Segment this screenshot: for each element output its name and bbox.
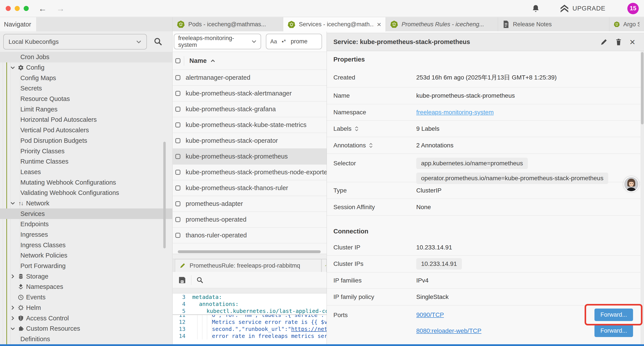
sidebar-item-validating-webhook-configurations[interactable]: Validating Webhook Configurations bbox=[0, 188, 172, 198]
minimize-window-button[interactable] bbox=[15, 6, 20, 11]
expander-icon[interactable] bbox=[369, 142, 373, 148]
row-checkbox[interactable] bbox=[175, 138, 180, 143]
chevron-down-icon[interactable] bbox=[10, 200, 16, 206]
close-panel-icon[interactable]: × bbox=[630, 37, 635, 47]
navigator-search-icon[interactable] bbox=[154, 37, 163, 46]
editor-tab-prometheusrule[interactable]: PrometheusRule: freeleaps-prod-rabbitmq bbox=[175, 259, 321, 272]
sidebar-item-horizontal-pod-autoscalers[interactable]: Horizontal Pod Autoscalers bbox=[0, 114, 172, 125]
row-checkbox[interactable] bbox=[175, 201, 180, 206]
avatar[interactable] bbox=[624, 176, 639, 192]
chevron-right-icon[interactable] bbox=[10, 274, 16, 279]
editor-tab-partial[interactable] bbox=[322, 259, 326, 272]
namespace-link[interactable]: freeleaps-monitoring-system bbox=[416, 109, 494, 116]
select-all-checkbox[interactable] bbox=[175, 58, 180, 63]
sidebar-item-port-forwarding[interactable]: Port Forwarding bbox=[0, 261, 172, 271]
resource-search-box[interactable]: Aa ▪* prome bbox=[266, 34, 322, 49]
table-row[interactable]: alertmanager-operated bbox=[173, 70, 326, 85]
forward-button[interactable]: → bbox=[56, 4, 65, 13]
table-row[interactable]: kube-prometheus-stack-thanos-ruler bbox=[173, 180, 326, 196]
close-window-button[interactable] bbox=[6, 6, 11, 11]
forward-button-8080[interactable]: Forward... bbox=[594, 325, 633, 337]
sidebar-item-endpoints[interactable]: Endpoints bbox=[0, 219, 172, 230]
sidebar-item-pod-disruption-budgets[interactable]: Pod Disruption Budgets bbox=[0, 136, 172, 146]
table-row[interactable]: kube-prometheus-stack-alertmanager bbox=[173, 85, 326, 101]
sidebar-item-mutating-webhook-configurations[interactable]: Mutating Webhook Configurations bbox=[0, 177, 172, 188]
sidebar-group-access-control[interactable]: Access Control bbox=[0, 313, 172, 324]
editor-search-icon[interactable] bbox=[196, 276, 204, 284]
name-column-header[interactable]: Name bbox=[190, 57, 207, 64]
sidebar-item-limit-ranges[interactable]: Limit Ranges bbox=[0, 104, 172, 114]
sidebar-item-config-maps[interactable]: Config Maps bbox=[0, 73, 172, 83]
chevron-right-icon[interactable] bbox=[10, 305, 16, 311]
sidebar-group-storage[interactable]: Storage bbox=[0, 271, 172, 282]
upgrade-button[interactable]: UPGRADE bbox=[560, 4, 606, 13]
sidebar-item-ingresses[interactable]: Ingresses bbox=[0, 230, 172, 240]
tab-release-notes[interactable]: Release Notes bbox=[498, 17, 609, 31]
tab-services[interactable]: Services - icecheng@math... × bbox=[283, 17, 386, 31]
row-checkbox[interactable] bbox=[175, 233, 180, 238]
sidebar-item-resource-quotas[interactable]: Resource Quotas bbox=[0, 94, 172, 104]
sidebar-group-config[interactable]: Config bbox=[0, 62, 172, 73]
row-checkbox[interactable] bbox=[175, 107, 180, 112]
table-row[interactable]: prometheus-operated bbox=[173, 212, 326, 227]
navigator-tab[interactable]: Navigator bbox=[0, 17, 36, 31]
sidebar-item-runtime-classes[interactable]: Runtime Classes bbox=[0, 156, 172, 167]
port-link-9090[interactable]: 9090/TCP bbox=[416, 311, 444, 319]
sidebar-item-network-policies[interactable]: Network Policies bbox=[0, 250, 172, 261]
edit-pencil-icon[interactable] bbox=[600, 38, 608, 46]
table-row[interactable]: kube-prometheus-stack-kube-state-metrics bbox=[173, 117, 326, 133]
tab-prometheus-rules[interactable]: Prometheus Rules - icecheng... bbox=[386, 17, 498, 31]
sidebar-item-priority-classes[interactable]: Priority Classes bbox=[0, 146, 172, 156]
yaml-editor[interactable]: 3metadata: 4annotations: 5kubectl.kubern… bbox=[173, 294, 326, 344]
table-row[interactable]: thanos-ruler-operated bbox=[173, 227, 326, 243]
sidebar-group-helm[interactable]: Helm bbox=[0, 303, 172, 313]
forward-button-9090[interactable]: Forward... bbox=[594, 309, 633, 321]
sidebar-item-events[interactable]: Events bbox=[0, 292, 172, 303]
namespace-selector[interactable]: freeleaps-monitoring-system bbox=[174, 34, 261, 49]
sidebar-scrollbar[interactable] bbox=[163, 142, 166, 248]
close-tab-icon[interactable]: × bbox=[374, 20, 381, 29]
sort-ascending-icon[interactable] bbox=[210, 59, 216, 63]
notification-count-badge[interactable]: 15 bbox=[627, 3, 639, 14]
sidebar-group-custom-resources[interactable]: Custom Resources bbox=[0, 324, 172, 334]
panel-scrollbar[interactable] bbox=[641, 52, 644, 124]
row-checkbox[interactable] bbox=[175, 122, 180, 127]
kubeconfig-selector[interactable]: Local Kubeconfigs bbox=[3, 34, 147, 49]
sidebar-item-secrets[interactable]: Secrets bbox=[0, 83, 172, 94]
sidebar-item-definitions[interactable]: Definitions bbox=[0, 334, 172, 344]
row-checkbox[interactable] bbox=[175, 217, 180, 222]
trash-icon[interactable] bbox=[615, 38, 622, 46]
tab-pods[interactable]: Pods - icecheng@mathmas... bbox=[172, 17, 283, 31]
chevron-right-icon[interactable] bbox=[10, 315, 16, 321]
sidebar-item-services[interactable]: Services bbox=[0, 209, 172, 219]
row-checkbox[interactable] bbox=[175, 154, 180, 159]
back-button[interactable]: ← bbox=[38, 4, 47, 13]
tab-argo[interactable]: Argo Se bbox=[609, 17, 644, 31]
port-link-8080[interactable]: 8080:reloader-web/TCP bbox=[416, 327, 481, 335]
row-checkbox[interactable] bbox=[175, 185, 180, 191]
table-row-selected[interactable]: kube-prometheus-stack-prometheus bbox=[173, 148, 326, 164]
expander-icon[interactable] bbox=[355, 126, 358, 132]
sidebar-item-cron-jobs[interactable]: Cron Jobs bbox=[0, 52, 172, 62]
table-row[interactable]: prometheus-adapter bbox=[173, 196, 326, 212]
table-row[interactable]: kube-prometheus-stack-grafana bbox=[173, 101, 326, 117]
sidebar-item-ingress-classes[interactable]: Ingress Classes bbox=[0, 240, 172, 250]
runbook-url-link[interactable]: https://neto bbox=[291, 326, 326, 332]
zoom-window-button[interactable] bbox=[24, 6, 29, 11]
sidebar-group-network[interactable]: ↑↓ Network bbox=[0, 198, 172, 209]
notifications-bell-icon[interactable] bbox=[531, 4, 540, 13]
chevron-down-icon[interactable] bbox=[10, 65, 16, 70]
table-row[interactable]: kube-prometheus-stack-prometheus-node-ex… bbox=[173, 164, 326, 180]
case-sensitive-toggle[interactable]: Aa bbox=[270, 38, 277, 45]
table-row[interactable]: kube-prometheus-stack-operator bbox=[173, 133, 326, 148]
row-checkbox[interactable] bbox=[175, 170, 180, 175]
sidebar-item-namespaces[interactable]: Namespaces bbox=[0, 282, 172, 292]
chevron-down-icon[interactable] bbox=[10, 326, 16, 332]
resource-search-input[interactable]: prome bbox=[291, 38, 308, 45]
table-horizontal-scrollbar[interactable] bbox=[178, 250, 321, 253]
sidebar-item-leases[interactable]: Leases bbox=[0, 167, 172, 177]
sidebar-item-vertical-pod-autoscalers[interactable]: Vertical Pod Autoscalers bbox=[0, 125, 172, 136]
row-checkbox[interactable] bbox=[175, 91, 180, 96]
row-checkbox[interactable] bbox=[175, 75, 180, 80]
regex-toggle[interactable]: ▪* bbox=[282, 38, 286, 45]
